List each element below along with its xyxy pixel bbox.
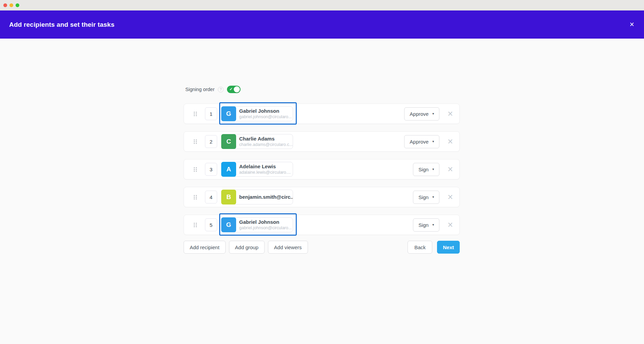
recipient-chip[interactable]: G Gabriel Johnson gabriel.johnson@circul… [221,217,293,232]
add-group-button[interactable]: Add group [229,241,265,254]
recipient-email: gabriel.johnson@circularo... [239,114,290,119]
drag-handle-icon[interactable] [194,139,197,144]
recipient-info: Adelaine Lewis adalaine.lewis@circularo.… [236,164,293,175]
chevron-down-icon: ▾ [432,140,434,143]
signing-order-toggle[interactable]: ✓ [227,86,241,93]
task-label: Approve [410,139,429,145]
signing-order-control: Signing order ? ✓ [185,86,241,93]
recipient-name: Gabriel Johnson [239,108,290,114]
order-number-input[interactable]: 3 [205,163,217,176]
drag-handle-icon[interactable] [194,195,197,199]
recipient-email: adalaine.lewis@circularo.... [239,170,290,175]
recipient-name: Charlie Adams [239,136,290,142]
help-icon[interactable]: ? [218,87,224,92]
task-dropdown[interactable]: Approve ▾ [404,107,439,121]
chevron-down-icon: ▾ [432,195,434,199]
recipient-email: benjamin.smith@circ... [239,194,290,200]
task-label: Sign [418,167,429,172]
add-viewers-button[interactable]: Add viewers [268,241,308,254]
order-number-input[interactable]: 5 [205,218,217,231]
chevron-down-icon: ▾ [432,112,434,115]
dialog-content: Signing order ? ✓ 1 G Gabriel Johnson ga… [0,39,644,344]
recipient-row: 5 G Gabriel Johnson gabriel.johnson@circ… [184,215,460,235]
order-number-input[interactable]: 4 [205,191,217,203]
recipient-name: Gabriel Johnson [239,219,290,225]
window-close-button[interactable] [3,3,7,7]
recipient-email: charlie.adams@circularo.c... [239,142,290,147]
signing-order-label: Signing order [185,87,214,92]
task-dropdown[interactable]: Sign ▾ [413,191,439,204]
task-dropdown[interactable]: Approve ▾ [404,135,439,148]
order-number-input[interactable]: 1 [205,107,217,120]
recipient-info: Gabriel Johnson gabriel.johnson@circular… [236,108,293,120]
avatar: G [221,106,236,121]
task-label: Approve [410,111,429,117]
dialog-title: Add recipients and set their tasks [9,21,115,28]
drag-handle-icon[interactable] [194,112,197,116]
recipient-chip[interactable]: B benjamin.smith@circ... [221,190,293,205]
check-icon: ✓ [229,87,232,91]
recipient-row: 1 G Gabriel Johnson gabriel.johnson@circ… [184,104,460,124]
recipient-name: Adelaine Lewis [239,164,290,169]
order-number-input[interactable]: 2 [205,135,217,148]
window-zoom-button[interactable] [16,3,19,7]
drag-handle-icon[interactable] [194,223,197,227]
task-dropdown[interactable]: Sign ▾ [413,163,439,176]
next-button[interactable]: Next [437,241,460,254]
remove-recipient-icon[interactable]: × [448,220,453,230]
recipient-chip[interactable]: G Gabriel Johnson gabriel.johnson@circul… [221,106,293,121]
toggle-knob [234,86,240,92]
window-titlebar [0,0,644,10]
task-label: Sign [418,222,429,228]
recipient-email: gabriel.johnson@circularo... [239,225,290,230]
chevron-down-icon: ▾ [432,168,434,171]
avatar: B [221,190,236,205]
recipient-list: 1 G Gabriel Johnson gabriel.johnson@circ… [184,104,460,242]
avatar: G [221,217,236,232]
page: Add recipients and set their tasks × Sig… [0,0,644,344]
recipient-chip[interactable]: A Adelaine Lewis adalaine.lewis@circular… [221,162,293,177]
recipient-row: 2 C Charlie Adams charlie.adams@circular… [184,131,460,152]
remove-recipient-icon[interactable]: × [448,193,453,202]
remove-recipient-icon[interactable]: × [448,165,453,174]
recipient-info: benjamin.smith@circ... [236,194,293,200]
close-icon[interactable]: × [630,21,634,28]
recipient-row: 3 A Adelaine Lewis adalaine.lewis@circul… [184,159,460,179]
back-button[interactable]: Back [408,241,432,254]
window-minimize-button[interactable] [9,3,13,7]
footer-actions: Add recipient Add group Add viewers Back… [184,241,460,254]
task-dropdown[interactable]: Sign ▾ [413,218,439,232]
drag-handle-icon[interactable] [194,167,197,172]
avatar: C [221,134,236,149]
recipient-chip[interactable]: C Charlie Adams charlie.adams@circularo.… [221,134,293,149]
dialog-header: Add recipients and set their tasks × [0,10,644,39]
remove-recipient-icon[interactable]: × [448,137,453,146]
recipient-info: Charlie Adams charlie.adams@circularo.c.… [236,136,293,147]
avatar: A [221,162,236,177]
recipient-row: 4 B benjamin.smith@circ... Sign ▾ × [184,187,460,207]
chevron-down-icon: ▾ [432,223,434,227]
remove-recipient-icon[interactable]: × [448,109,453,119]
task-label: Sign [418,194,429,200]
add-recipient-button[interactable]: Add recipient [184,241,226,254]
recipient-info: Gabriel Johnson gabriel.johnson@circular… [236,219,293,231]
